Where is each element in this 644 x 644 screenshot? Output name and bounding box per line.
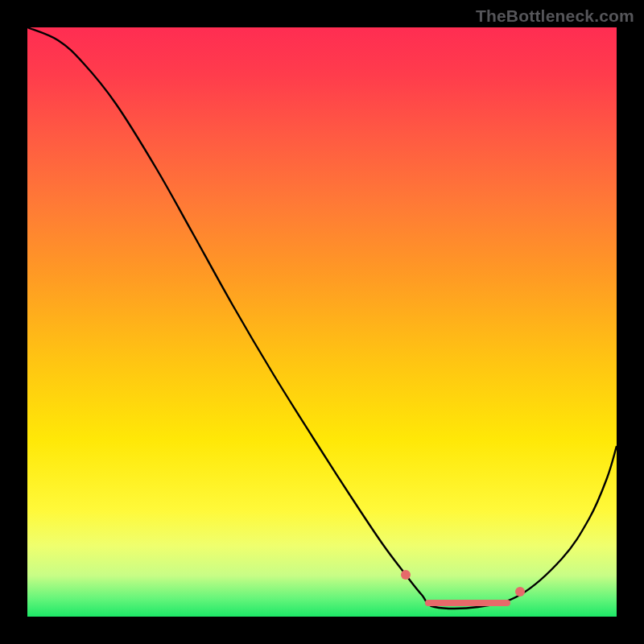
chart-plot-area	[27, 27, 617, 617]
watermark-text: TheBottleneck.com	[476, 6, 634, 26]
curve-svg	[27, 27, 617, 617]
marker-dot-right	[515, 587, 525, 597]
marker-dot-left	[401, 570, 411, 580]
bottleneck-curve	[27, 27, 617, 609]
